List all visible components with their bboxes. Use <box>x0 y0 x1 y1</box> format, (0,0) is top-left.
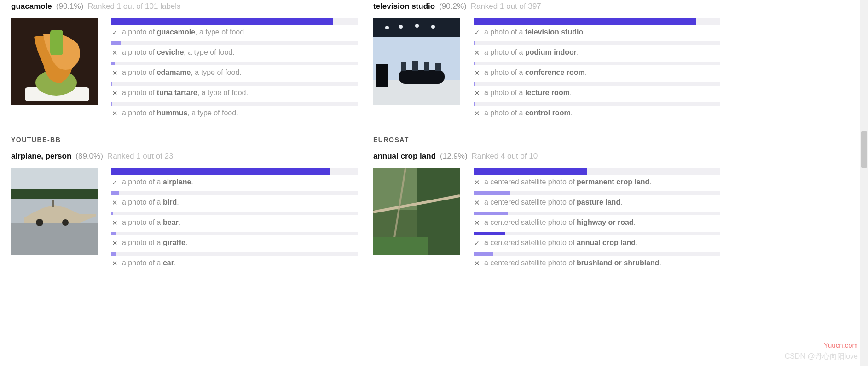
svg-point-9 <box>415 24 419 28</box>
caption-prefix: a photo of <box>122 28 157 36</box>
svg-rect-16 <box>376 64 388 87</box>
svg-rect-15 <box>435 63 441 71</box>
true-label: television studio <box>373 2 435 11</box>
caption-suffix: . <box>636 239 637 246</box>
panel-title: annual crop land(12.9%)Ranked 4 out of 1… <box>373 152 720 161</box>
caption-prefix: a photo of a <box>484 89 525 97</box>
probability-bar-fill <box>111 41 121 45</box>
prediction-caption: a centered satellite photo of pasture la… <box>484 198 623 206</box>
classification-panel: guacamole(90.1%)Ranked 1 out of 101 labe… <box>11 2 358 122</box>
prediction-caption: a photo of a television studio. <box>484 28 585 36</box>
probability-bar-fill <box>111 102 112 106</box>
caption-prefix: a photo of a <box>122 239 163 246</box>
classification-panel: YOUTUBE-BBairplane, person(89.0%)Ranked … <box>11 136 358 272</box>
probability-bar-track <box>474 102 720 106</box>
prediction-caption: a photo of a car. <box>122 259 176 267</box>
probability-bar-track <box>111 62 358 65</box>
prediction-row: ✕a centered satellite photo of permanent… <box>474 168 720 186</box>
probability-bar-fill <box>474 212 508 215</box>
caption-term: airplane <box>163 178 191 186</box>
prediction-caption: a photo of a airplane. <box>122 178 193 186</box>
prediction-caption: a photo of ceviche, a type of food. <box>122 48 235 57</box>
svg-rect-3 <box>50 30 63 55</box>
probability-bar-track <box>474 191 720 195</box>
prediction-row: ✕a photo of tuna tartare, a type of food… <box>111 82 358 97</box>
prediction-caption: a photo of hummus, a type of food. <box>122 109 238 117</box>
svg-point-7 <box>385 26 389 29</box>
svg-point-8 <box>399 25 403 29</box>
prediction-caption: a photo of a control room. <box>484 109 573 117</box>
prediction-row: ✓a photo of a television studio. <box>474 18 720 36</box>
cross-icon: ✕ <box>474 90 480 97</box>
caption-term: ceviche <box>157 48 184 56</box>
scrollbar-thumb[interactable] <box>861 131 867 168</box>
caption-prefix: a photo of <box>122 89 157 97</box>
probability-bar-fill <box>474 62 475 65</box>
caption-suffix: , a type of food. <box>197 89 248 97</box>
probability-bar-track <box>474 168 720 175</box>
caption-suffix: . <box>649 178 651 186</box>
caption-suffix: . <box>583 28 585 36</box>
svg-rect-12 <box>401 62 406 71</box>
svg-rect-14 <box>424 62 429 71</box>
prediction-row: ✕a photo of a car. <box>111 252 358 267</box>
probability-bar-fill <box>111 62 115 65</box>
caption-prefix: a centered satellite photo of <box>484 198 577 206</box>
prediction-row: ✓a photo of guacamole, a type of food. <box>111 18 358 36</box>
caption-term: permanent crop land <box>577 178 649 186</box>
panel-title: airplane, person(89.0%)Ranked 1 out of 2… <box>11 152 358 161</box>
caption-suffix: . <box>585 69 587 76</box>
caption-suffix: . <box>660 259 661 267</box>
probability-bar-track <box>111 18 358 25</box>
caption-suffix: . <box>177 198 179 206</box>
caption-prefix: a photo of a <box>122 178 163 186</box>
probability-bar-track <box>111 232 358 235</box>
panel-title: television studio(90.2%)Ranked 1 out of … <box>373 2 720 11</box>
check-icon: ✓ <box>111 29 118 36</box>
caption-prefix: a photo of a <box>484 109 525 117</box>
svg-rect-11 <box>399 70 445 84</box>
probability-bar-track <box>474 62 720 65</box>
caption-prefix: a centered satellite photo of <box>484 259 577 267</box>
probability-bar-fill <box>474 191 510 195</box>
caption-prefix: a photo of a <box>484 69 525 76</box>
cross-icon: ✕ <box>111 260 118 267</box>
probability-bar-fill <box>474 232 505 235</box>
caption-prefix: a centered satellite photo of <box>484 218 577 226</box>
probability-bar-fill <box>474 18 696 25</box>
probability-bar-track <box>111 252 358 256</box>
prediction-row: ✕a photo of a control room. <box>474 102 720 117</box>
cross-icon: ✕ <box>474 260 480 267</box>
cross-icon: ✕ <box>111 90 118 97</box>
classification-panel: television studio(90.2%)Ranked 1 out of … <box>373 2 720 122</box>
caption-term: hummus <box>157 109 188 117</box>
example-image <box>373 18 460 105</box>
caption-suffix: . <box>620 198 622 206</box>
caption-term: highway or road <box>577 218 634 226</box>
prediction-row: ✕a photo of a podium indoor. <box>474 41 720 57</box>
caption-suffix: , a type of food. <box>191 69 241 76</box>
svg-rect-19 <box>11 189 98 199</box>
caption-suffix: . <box>634 218 636 226</box>
probability-bar-track <box>474 82 720 86</box>
caption-suffix: . <box>577 48 579 56</box>
cross-icon: ✕ <box>474 179 480 186</box>
caption-suffix: . <box>185 239 187 246</box>
prediction-caption: a centered satellite photo of highway or… <box>484 218 636 227</box>
caption-suffix: . <box>570 89 572 97</box>
vertical-scrollbar[interactable] <box>860 0 868 286</box>
prediction-row: ✕a photo of a conference room. <box>474 62 720 77</box>
predictions-list: ✓a photo of guacamole, a type of food.✕a… <box>111 18 358 122</box>
prediction-caption: a centered satellite photo of annual cro… <box>484 239 638 247</box>
probability-bar-fill <box>474 168 587 175</box>
caption-term: bear <box>163 218 179 226</box>
prediction-row: ✕a centered satellite photo of brushland… <box>474 252 720 267</box>
true-confidence: (89.0%) <box>75 152 103 161</box>
caption-prefix: a centered satellite photo of <box>484 178 577 186</box>
probability-bar-fill <box>111 252 116 256</box>
caption-suffix: . <box>179 218 180 226</box>
cross-icon: ✕ <box>111 199 118 206</box>
prediction-row: ✕a photo of a bird. <box>111 191 358 206</box>
prediction-row: ✕a photo of hummus, a type of food. <box>111 102 358 117</box>
true-label: guacamole <box>11 2 52 11</box>
